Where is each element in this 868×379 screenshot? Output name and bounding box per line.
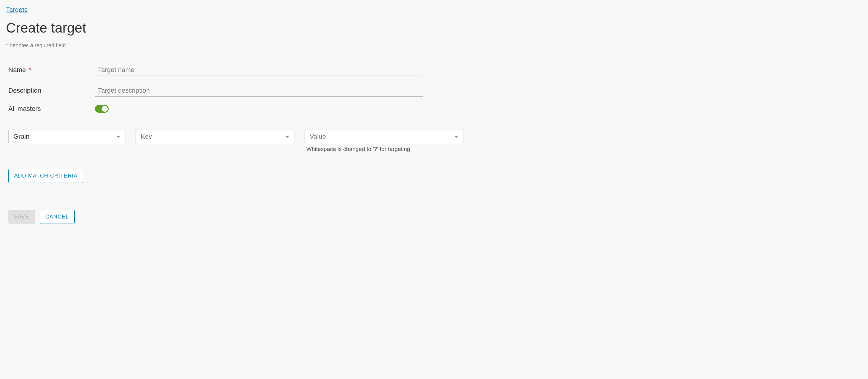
required-marker: *: [6, 42, 8, 49]
save-button[interactable]: Save: [8, 210, 35, 224]
breadcrumb-targets[interactable]: Targets: [6, 6, 28, 14]
select-criteria-value-placeholder: Value: [310, 133, 326, 141]
form-row-name: Name *: [6, 64, 472, 76]
select-criteria-type[interactable]: Grain: [8, 129, 125, 144]
chevron-down-icon: [285, 136, 289, 138]
label-name-required: *: [29, 66, 31, 74]
criteria-row: Grain Key Value: [6, 129, 472, 144]
input-description[interactable]: [95, 84, 424, 96]
select-criteria-type-value: Grain: [13, 133, 30, 141]
required-field-note: * denotes a required field: [6, 42, 472, 49]
required-note-text: denotes a required field: [8, 42, 66, 49]
form-row-all-masters: All masters: [6, 105, 472, 113]
label-name: Name *: [8, 66, 95, 74]
chevron-down-icon: [116, 136, 120, 138]
select-criteria-key[interactable]: Key: [135, 129, 294, 144]
select-criteria-value[interactable]: Value: [305, 129, 463, 144]
select-criteria-key-placeholder: Key: [141, 133, 152, 141]
page-title: Create target: [6, 20, 472, 36]
criteria-hint-row: Whitespace is changed to '?' for targeti…: [6, 146, 472, 152]
form-row-description: Description: [6, 84, 472, 96]
toggle-all-masters[interactable]: [95, 105, 109, 113]
label-description: Description: [8, 87, 95, 94]
input-name[interactable]: [95, 64, 424, 76]
value-whitespace-hint: Whitespace is changed to '?' for targeti…: [306, 146, 410, 152]
chevron-down-icon: [454, 136, 458, 138]
label-name-text: Name: [8, 66, 26, 74]
add-match-criteria-button[interactable]: Add match criteria: [8, 169, 83, 183]
cancel-button[interactable]: Cancel: [40, 210, 75, 224]
label-all-masters: All masters: [8, 105, 95, 113]
